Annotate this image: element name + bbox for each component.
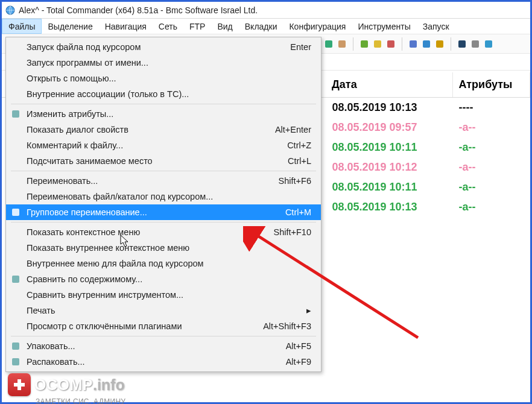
calendar-icon[interactable] <box>422 39 431 49</box>
menu-выделение[interactable]: Выделение <box>42 19 98 34</box>
cell-attr: -a-- <box>452 137 530 157</box>
cell-attr: -a-- <box>452 118 530 137</box>
menu-item[interactable]: Запуск программы от имени... <box>6 55 321 71</box>
menu-bar: ФайлыВыделениеНавигацияСетьFTPВидВкладки… <box>2 19 530 34</box>
grid-icon[interactable] <box>408 39 418 49</box>
menu-конфигурация[interactable]: Конфигурация <box>283 19 352 34</box>
refresh-icon[interactable] <box>324 39 334 49</box>
menu-item-label: Запуск файла под курсором <box>27 42 141 52</box>
menu-shortcut: Alt+Enter <box>275 125 311 134</box>
svg-rect-1 <box>325 40 332 48</box>
menu-инструменты[interactable]: Инструменты <box>352 19 416 34</box>
globe-icon[interactable] <box>484 39 493 49</box>
menu-item[interactable]: Сравнить по содержимому... <box>6 271 321 287</box>
menu-separator <box>11 336 316 336</box>
svg-rect-7 <box>423 40 430 48</box>
pack-icon <box>11 341 21 351</box>
menu-item-label: Внутреннее меню для файла под курсором <box>27 259 204 268</box>
menu-shortcut: Enter <box>290 42 311 52</box>
menu-item[interactable]: Внутреннее меню для файла под курсором <box>6 256 321 271</box>
menu-shortcut: Ctrl+Z <box>287 140 311 150</box>
gears-icon[interactable] <box>470 39 480 49</box>
svg-rect-2 <box>338 40 346 48</box>
window-title: Alex^ - Total Commander (x64) 8.51a - Bm… <box>19 5 258 15</box>
menu-shortcut: Alt+F5 <box>286 341 311 351</box>
menu-item[interactable]: Переименовать...Shift+F6 <box>6 173 321 189</box>
menu-item[interactable]: Внутренние ассоциации (только в TC)... <box>6 86 321 102</box>
svg-rect-8 <box>436 40 443 48</box>
menu-ftp[interactable]: FTP <box>183 19 211 34</box>
svg-rect-9 <box>458 40 466 48</box>
menu-item[interactable]: Открыть с помощью... <box>6 71 321 86</box>
menu-item[interactable]: Показать контекстное менюShift+F10 <box>6 224 321 240</box>
menu-item[interactable]: Подсчитать занимаемое местоCtrl+L <box>6 153 321 169</box>
menu-навигация[interactable]: Навигация <box>99 19 153 34</box>
menu-item-label: Групповое переименование... <box>27 207 147 217</box>
cell-attr: -a-- <box>452 177 530 197</box>
menu-item-label: Просмотр с отключёнными плагинами <box>27 321 182 331</box>
menu-item[interactable]: Показать диалог свойствAlt+Enter <box>6 122 321 137</box>
cell-date: 08.05.2019 10:13 <box>326 197 452 217</box>
menu-item-label: Запуск программы от имени... <box>27 58 148 68</box>
svg-rect-16 <box>12 358 19 365</box>
menu-shortcut: Ctrl+M <box>285 207 311 217</box>
menu-item[interactable]: Печать▸ <box>6 303 321 318</box>
menu-вкладки[interactable]: Вкладки <box>239 19 283 34</box>
menu-item-label: Показать диалог свойств <box>27 125 128 134</box>
cell-date: 08.05.2019 09:57 <box>326 118 452 137</box>
menu-item-label: Показать контекстное меню <box>27 227 140 237</box>
menu-вид[interactable]: Вид <box>211 19 238 34</box>
menu-item-label: Открыть с помощью... <box>27 74 116 83</box>
menu-separator <box>11 222 316 223</box>
menu-item[interactable]: Упаковать...Alt+F5 <box>6 338 321 354</box>
cell-date: 08.05.2019 10:11 <box>326 137 452 157</box>
menu-сеть[interactable]: Сеть <box>153 19 183 34</box>
paste-icon[interactable] <box>359 39 369 49</box>
menu-item-label: Распаковать... <box>27 357 85 367</box>
cell-attr: ---- <box>452 98 530 118</box>
svg-rect-12 <box>12 110 19 118</box>
app-icon <box>5 5 15 15</box>
menu-shortcut: Shift+F6 <box>279 176 311 186</box>
brush-icon[interactable] <box>386 39 396 49</box>
menu-item-label: Подсчитать занимаемое место <box>27 156 153 166</box>
menu-separator <box>11 104 316 104</box>
menu-item[interactable]: Просмотр с отключёнными плагинамиAlt+Shi… <box>6 318 321 334</box>
attributes-icon <box>11 109 21 119</box>
clipboard-icon[interactable] <box>337 39 347 49</box>
menu-item[interactable]: Изменить атрибуты... <box>6 106 321 122</box>
svg-rect-14 <box>12 276 19 283</box>
menu-item-label: Комментарий к файлу... <box>27 140 123 150</box>
files-menu-dropdown: Запуск файла под курсоромEnterЗапуск про… <box>5 37 321 372</box>
menu-item[interactable]: Групповое переименование...Ctrl+M <box>6 204 321 220</box>
cell-date: 08.05.2019 10:13 <box>326 98 452 118</box>
menu-shortcut: Alt+Shift+F3 <box>263 321 311 331</box>
column-header-date[interactable]: Дата <box>326 72 452 98</box>
menu-item[interactable]: Переименовать файл/каталог под курсором.… <box>6 189 321 204</box>
unpack-icon <box>11 357 21 367</box>
svg-rect-4 <box>374 40 381 48</box>
column-header-attributes[interactable]: Атрибуты <box>452 72 530 98</box>
rename-icon <box>11 207 21 217</box>
menu-shortcut: Ctrl+L <box>288 156 311 166</box>
menu-item[interactable]: Показать внутреннее контекстное меню <box>6 240 321 256</box>
svg-rect-6 <box>410 40 417 48</box>
menu-запуск[interactable]: Запуск <box>417 19 455 34</box>
book-icon[interactable] <box>457 39 467 49</box>
cell-date: 08.05.2019 10:11 <box>326 177 452 197</box>
menu-shortcut: Shift+F10 <box>274 227 311 237</box>
svg-rect-3 <box>361 40 368 48</box>
folder-tree-icon[interactable] <box>435 39 445 49</box>
menu-item-label: Переименовать файл/каталог под курсором.… <box>27 192 213 201</box>
svg-rect-13 <box>12 209 19 216</box>
menu-файлы[interactable]: Файлы <box>2 19 42 34</box>
notepad-icon[interactable] <box>373 39 382 49</box>
svg-rect-10 <box>472 40 479 48</box>
menu-item[interactable]: Запуск файла под курсоромEnter <box>6 39 321 55</box>
menu-item[interactable]: Сравнить внутренним инструментом... <box>6 287 321 303</box>
menu-item-label: Сравнить внутренним инструментом... <box>27 290 183 300</box>
menu-item-label: Внутренние ассоциации (только в TC)... <box>27 89 189 99</box>
menu-item[interactable]: Комментарий к файлу...Ctrl+Z <box>6 137 321 153</box>
menu-shortcut: Alt+F9 <box>286 357 311 367</box>
menu-item[interactable]: Распаковать...Alt+F9 <box>6 354 321 370</box>
